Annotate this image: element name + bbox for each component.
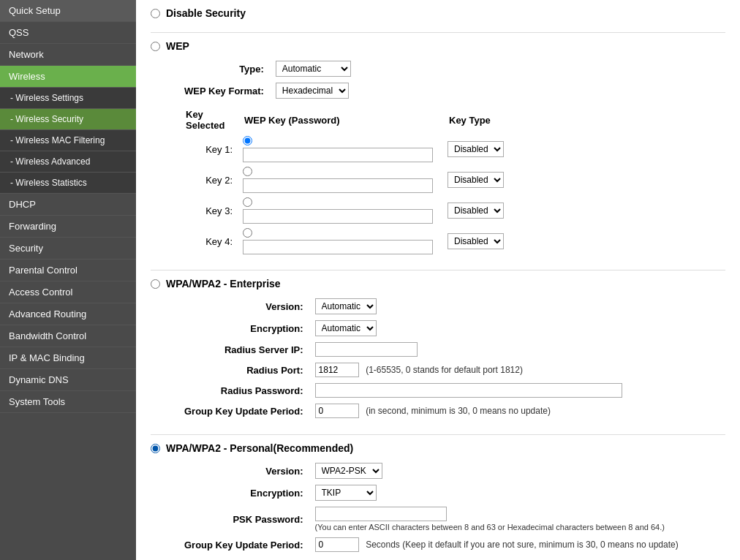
wep-key-label-3: Key 3: bbox=[180, 195, 238, 226]
per-version-select[interactable]: Automatic WPA-PSK WPA2-PSK bbox=[315, 463, 382, 479]
ent-group-key-note: (in second, minimum is 30, 0 means no up… bbox=[366, 406, 551, 416]
sidebar-item-wireless-security[interactable]: - Wireless Security bbox=[0, 109, 136, 130]
wep-key-label-2: Key 2: bbox=[180, 164, 238, 195]
enterprise-section: WPA/WPA2 - Enterprise Version: Automatic… bbox=[151, 278, 725, 421]
sidebar-item-parental[interactable]: Parental Control bbox=[0, 260, 136, 281]
per-psk-input[interactable] bbox=[315, 507, 447, 521]
wep-key-row-4: Key 4: Disabled 64bit 128bit 152bit bbox=[180, 226, 508, 257]
wep-type-label: Type: bbox=[180, 58, 271, 80]
personal-label: WPA/WPA2 - Personal(Recommended) bbox=[166, 442, 353, 454]
wep-key-label-4: Key 4: bbox=[180, 226, 238, 257]
ent-version-select[interactable]: Automatic WPA WPA2 bbox=[315, 298, 377, 314]
wep-key-type-select-1[interactable]: Disabled 64bit 128bit 152bit bbox=[448, 141, 504, 157]
personal-radio[interactable] bbox=[151, 444, 160, 453]
wep-keys-table: Key Selected WEP Key (Password) Key Type… bbox=[180, 106, 508, 257]
sidebar-item-dhcp[interactable]: DHCP bbox=[0, 194, 136, 216]
wep-key-type-select-4[interactable]: Disabled 64bit 128bit 152bit bbox=[448, 233, 504, 249]
sidebar-item-network[interactable]: Network bbox=[0, 44, 136, 66]
wep-type-select[interactable]: Automatic Open System Shared Key bbox=[276, 61, 351, 77]
sidebar-item-wireless-stats[interactable]: - Wireless Statistics bbox=[0, 173, 136, 194]
sidebar-item-bandwidth[interactable]: Bandwidth Control bbox=[0, 325, 136, 347]
ent-radius-port-note: (1-65535, 0 stands for default port 1812… bbox=[366, 365, 523, 375]
sidebar-item-quick-setup[interactable]: Quick Setup bbox=[0, 0, 136, 22]
wep-key-input-1[interactable] bbox=[243, 148, 433, 162]
disable-security-radio[interactable] bbox=[151, 9, 160, 18]
wep-key-row-2: Key 2: Disabled 64bit 128bit 152bit bbox=[180, 164, 508, 195]
sidebar-item-security[interactable]: Security bbox=[0, 238, 136, 260]
wep-key-row-1: Key 1: Disabled 64bit 128bit 152bit bbox=[180, 134, 508, 164]
enterprise-radio[interactable] bbox=[151, 279, 160, 289]
sidebar-item-qss[interactable]: QSS bbox=[0, 22, 136, 44]
sidebar-item-dynamic-dns[interactable]: Dynamic DNS bbox=[0, 369, 136, 391]
wep-key-row-3: Key 3: Disabled 64bit 128bit 152bit bbox=[180, 195, 508, 226]
wep-key-selected-header: Key Selected bbox=[180, 106, 238, 134]
sidebar-item-system-tools[interactable]: System Tools bbox=[0, 391, 136, 413]
disable-security-label: Disable Security bbox=[166, 7, 246, 19]
wep-key-radio-3[interactable] bbox=[243, 197, 252, 207]
ent-radius-ip-label: Radius Server IP: bbox=[180, 339, 311, 360]
per-psk-label: PSK Password: bbox=[180, 504, 311, 534]
disable-security-section: Disable Security bbox=[151, 7, 725, 19]
sidebar-item-wireless-settings[interactable]: - Wireless Settings bbox=[0, 88, 136, 109]
wep-key-radio-4[interactable] bbox=[243, 228, 252, 238]
sidebar-item-wireless-mac[interactable]: - Wireless MAC Filtering bbox=[0, 130, 136, 151]
sidebar-item-forwarding[interactable]: Forwarding bbox=[0, 216, 136, 238]
sidebar-item-wireless[interactable]: Wireless bbox=[0, 66, 136, 88]
ent-radius-password-label: Radius Password: bbox=[180, 380, 311, 401]
per-encryption-label: Encryption: bbox=[180, 482, 311, 504]
ent-radius-port-input[interactable] bbox=[315, 363, 359, 377]
main-content: Disable Security WEP Type: Automatic Ope… bbox=[136, 0, 740, 560]
personal-section: WPA/WPA2 - Personal(Recommended) Version… bbox=[151, 442, 725, 560]
ent-group-key-input[interactable] bbox=[315, 404, 359, 418]
wep-key-format-select[interactable]: Hexadecimal ASCII bbox=[276, 83, 349, 99]
wep-key-radio-1[interactable] bbox=[243, 136, 252, 145]
ent-radius-password-input[interactable] bbox=[315, 383, 622, 398]
ent-radius-port-label: Radius Port: bbox=[180, 360, 311, 380]
ent-encryption-label: Encryption: bbox=[180, 317, 311, 339]
wep-key-label-1: Key 1: bbox=[180, 134, 238, 164]
sidebar-item-access-control[interactable]: Access Control bbox=[0, 281, 136, 303]
per-group-key-input[interactable] bbox=[315, 537, 359, 552]
per-version-label: Version: bbox=[180, 460, 311, 482]
ent-encryption-select[interactable]: Automatic TKIP AES bbox=[315, 320, 377, 336]
sidebar-item-wireless-advanced[interactable]: - Wireless Advanced bbox=[0, 151, 136, 173]
wep-key-radio-2[interactable] bbox=[243, 167, 252, 176]
personal-form: Version: Automatic WPA-PSK WPA2-PSK Encr… bbox=[180, 460, 683, 555]
wep-label: WEP bbox=[166, 40, 189, 52]
wep-form: Type: Automatic Open System Shared Key W… bbox=[180, 58, 355, 102]
wep-key-input-3[interactable] bbox=[243, 209, 433, 224]
wep-key-type-select-3[interactable]: Disabled 64bit 128bit 152bit bbox=[448, 203, 504, 219]
ent-version-label: Version: bbox=[180, 295, 311, 317]
wep-key-format-label: WEP Key Format: bbox=[180, 80, 271, 102]
enterprise-form: Version: Automatic WPA WPA2 Encryption: … bbox=[180, 295, 627, 421]
wep-radio[interactable] bbox=[151, 42, 160, 51]
enterprise-label: WPA/WPA2 - Enterprise bbox=[166, 278, 281, 290]
wep-key-input-4[interactable] bbox=[243, 240, 433, 254]
per-group-key-label: Group Key Update Period: bbox=[180, 534, 311, 555]
per-group-key-note: Seconds (Keep it default if you are not … bbox=[366, 540, 679, 550]
per-psk-note: (You can enter ASCII characters between … bbox=[315, 523, 679, 531]
ent-radius-ip-input[interactable] bbox=[315, 342, 418, 357]
per-encryption-select[interactable]: Automatic TKIP AES bbox=[315, 485, 377, 501]
wep-key-type-header: Key Type bbox=[443, 106, 508, 134]
ent-group-key-label: Group Key Update Period: bbox=[180, 401, 311, 421]
sidebar: Quick SetupQSSNetworkWireless- Wireless … bbox=[0, 0, 136, 560]
wep-key-type-select-2[interactable]: Disabled 64bit 128bit 152bit bbox=[448, 172, 504, 188]
wep-key-password-header: WEP Key (Password) bbox=[238, 106, 443, 134]
wep-key-input-2[interactable] bbox=[243, 178, 433, 193]
sidebar-item-advanced-routing[interactable]: Advanced Routing bbox=[0, 303, 136, 325]
sidebar-item-ip-mac[interactable]: IP & MAC Binding bbox=[0, 347, 136, 369]
wep-section: WEP Type: Automatic Open System Shared K… bbox=[151, 40, 725, 257]
